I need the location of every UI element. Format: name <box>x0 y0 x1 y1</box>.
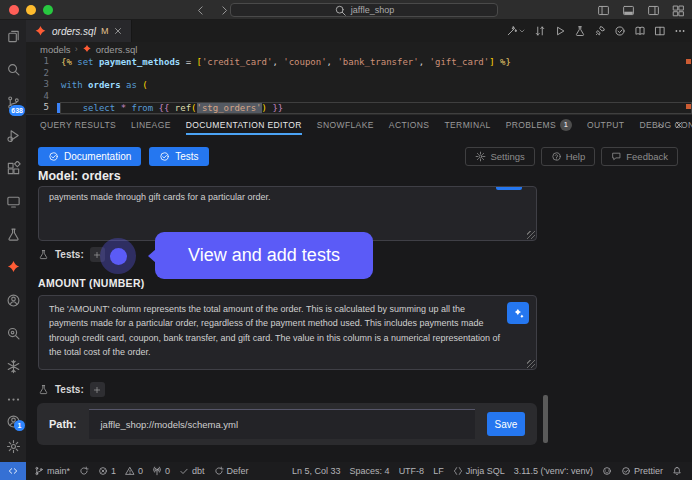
resize-handle[interactable] <box>527 231 535 239</box>
model-tests-row: Tests: <box>38 247 105 262</box>
status-cursor-position[interactable]: Ln 5, Col 33 <box>292 466 341 476</box>
panel-tab-lineage[interactable]: LINEAGE <box>131 115 171 135</box>
status-formatter-prettier[interactable]: Prettier <box>621 466 663 476</box>
dbt-power-user-icon <box>6 260 21 275</box>
close-tab-icon[interactable] <box>113 26 123 36</box>
build-dbt-model[interactable] <box>574 25 586 37</box>
close-panel[interactable] <box>674 120 684 130</box>
settings-button[interactable]: Settings <box>465 147 534 166</box>
activity-gitlens[interactable] <box>0 317 26 350</box>
status-encoding[interactable]: UTF-8 <box>399 466 425 476</box>
braces-icon <box>453 466 463 476</box>
status-language-mode[interactable]: Jinja SQL <box>453 466 505 476</box>
toggle-primary-sidebar[interactable] <box>595 2 611 18</box>
customize-layout[interactable] <box>670 2 686 18</box>
resize-handle[interactable] <box>527 360 535 368</box>
tab-orders-sql[interactable]: orders.sql M <box>26 20 132 42</box>
panel-scrollbar[interactable] <box>543 395 548 443</box>
status-python-interpreter[interactable]: 3.11.5 ('venv': venv) <box>514 466 593 476</box>
code-line[interactable]: 5 select * from {{ ref('stg_orders') }} <box>26 102 692 114</box>
open-preview[interactable] <box>634 25 646 37</box>
bottom-panel: QUERY RESULTSLINEAGEDOCUMENTATION EDITOR… <box>26 114 692 462</box>
activity-snowflake[interactable] <box>0 350 26 383</box>
status-label: main* <box>47 466 70 476</box>
column-tests-row: Tests: <box>38 382 105 397</box>
validate-sql[interactable] <box>614 25 626 37</box>
minimize-window-button[interactable] <box>26 5 36 15</box>
documentation-editor: DocumentationTests SettingsHelpFeedback … <box>26 135 692 462</box>
workbench: 638 1 orders.sql M models›orders.sql 1{% <box>0 20 692 462</box>
close-icon <box>674 120 684 130</box>
code-line[interactable]: 4 <box>26 91 692 103</box>
tests-toggle-button[interactable]: Tests <box>149 147 208 166</box>
activity-run-and-debug[interactable] <box>0 119 26 152</box>
activity-search[interactable] <box>0 53 26 86</box>
close-window-button[interactable] <box>9 5 19 15</box>
path-input[interactable]: jaffle_shop://models/schema.yml <box>89 409 476 439</box>
validate-sql-icon <box>614 25 626 37</box>
status-problems-warnings[interactable]: 0 <box>125 466 143 476</box>
status-defer-toggle[interactable]: Defer <box>214 466 249 476</box>
activity-explorer[interactable] <box>0 20 26 53</box>
panel-tab-problems[interactable]: PROBLEMS1 <box>506 115 572 135</box>
help-button[interactable]: Help <box>541 147 596 166</box>
status-eol[interactable]: LF <box>433 466 444 476</box>
panel-tab-output[interactable]: OUTPUT <box>587 115 624 135</box>
status-ports[interactable]: 0 <box>152 466 170 476</box>
status-dbt-status[interactable]: dbt <box>179 466 205 476</box>
remote-indicator[interactable] <box>0 462 26 480</box>
history-back[interactable] <box>192 2 208 18</box>
tests-label: Tests: <box>55 384 84 395</box>
breadcrumb-item[interactable]: orders.sql <box>96 44 138 55</box>
activity-dbt-power-user[interactable] <box>0 251 26 284</box>
activity-badge: 1 <box>14 420 25 431</box>
command-center[interactable]: jaffle_shop <box>230 3 498 17</box>
activity-manage[interactable] <box>0 434 26 459</box>
panel-tab-actions[interactable]: ACTIONS <box>389 115 430 135</box>
panel-tab-documentation-editor[interactable]: DOCUMENTATION EDITOR <box>186 115 302 135</box>
toggle-secondary-sidebar[interactable] <box>645 2 661 18</box>
status-notifications[interactable] <box>672 466 682 476</box>
snowflake-icon <box>6 359 21 374</box>
run-dbt-tests[interactable] <box>594 25 606 37</box>
code-text: select * from {{ ref('stg_orders') }} <box>60 102 692 114</box>
status-indentation[interactable]: Spaces: 4 <box>350 466 390 476</box>
activity-source-control[interactable]: 638 <box>0 86 26 119</box>
activity-testing[interactable] <box>0 218 26 251</box>
save-button[interactable]: Save <box>487 412 525 436</box>
status-sync-changes[interactable] <box>79 466 89 476</box>
activity-accounts[interactable]: 1 <box>0 409 26 434</box>
more-actions[interactable] <box>674 25 686 37</box>
compare-changes[interactable] <box>534 25 546 37</box>
code-editor[interactable]: 1{% set payment_methods = ['credit_card'… <box>26 56 692 114</box>
column-description-textarea[interactable]: The 'AMOUNT' column represents the total… <box>38 295 537 370</box>
panel-tab-terminal[interactable]: TERMINAL <box>444 115 490 135</box>
panel-tab-snowflake[interactable]: SNOWFLAKE <box>317 115 374 135</box>
activity-remote-explorer[interactable] <box>0 185 26 218</box>
maximize-panel[interactable] <box>655 120 666 131</box>
zoom-window-button[interactable] <box>43 5 53 15</box>
start-dbt-run[interactable] <box>506 25 526 37</box>
code-line[interactable]: 2 <box>26 68 692 80</box>
tab-strip: orders.sql M <box>26 20 692 42</box>
documentation-toggle-button[interactable]: Documentation <box>38 147 141 166</box>
split-editor[interactable] <box>654 25 666 37</box>
toggle-panel[interactable] <box>620 2 636 18</box>
status-label: 0 <box>138 466 143 476</box>
code-line[interactable]: 1{% set payment_methods = ['credit_card'… <box>26 56 692 68</box>
breadcrumb-item[interactable]: models <box>40 44 71 55</box>
feedback-button[interactable]: Feedback <box>601 147 678 166</box>
status-feedback-smiley[interactable] <box>602 466 612 476</box>
panel-tab-query-results[interactable]: QUERY RESULTS <box>40 115 116 135</box>
add-test-button[interactable] <box>90 382 105 397</box>
status-git-branch[interactable]: main* <box>34 466 70 476</box>
status-problems-errors[interactable]: 1 <box>98 466 116 476</box>
code-line[interactable]: 3with orders as ( <box>26 79 692 91</box>
execute-dbt-sql[interactable] <box>554 25 566 37</box>
run-and-debug-icon <box>6 128 21 143</box>
customize-layout-icon <box>672 4 685 17</box>
generate-docs-ai-button[interactable] <box>507 302 529 324</box>
activity-github[interactable] <box>0 284 26 317</box>
activity-extensions[interactable] <box>0 152 26 185</box>
generate-docs-button[interactable] <box>496 186 522 190</box>
